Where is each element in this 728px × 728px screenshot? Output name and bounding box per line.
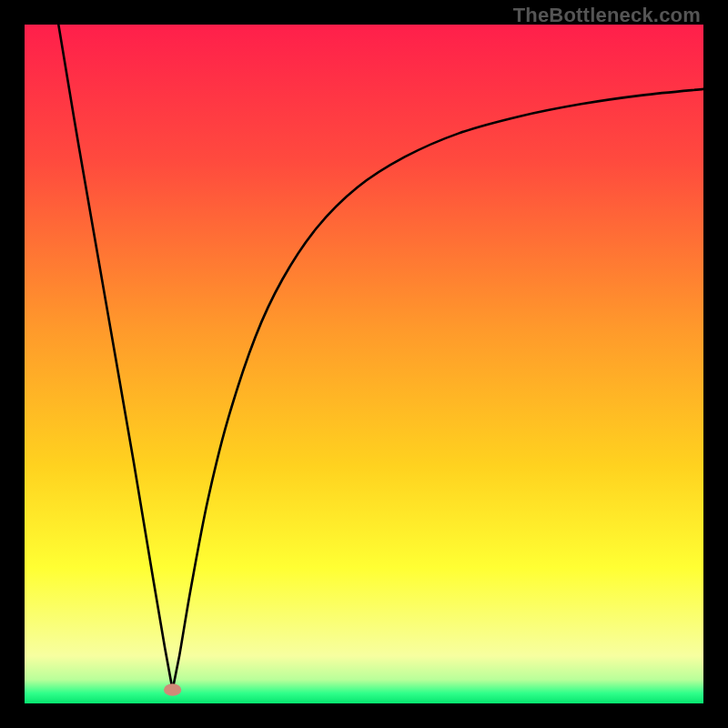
min-marker (164, 683, 181, 695)
gradient-background (25, 25, 703, 703)
chart-svg (25, 25, 703, 703)
chart-frame (25, 25, 703, 703)
